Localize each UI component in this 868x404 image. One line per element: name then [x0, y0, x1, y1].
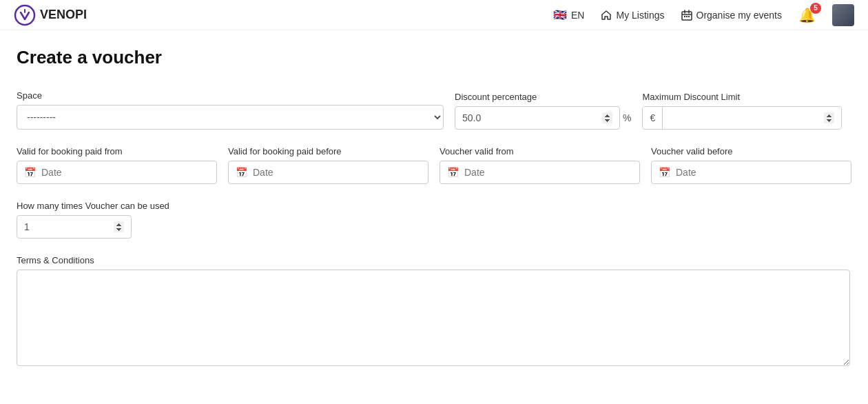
home-icon	[601, 10, 612, 21]
space-select[interactable]: ---------	[17, 105, 444, 130]
valid-before-label: Valid for booking paid before	[228, 146, 428, 156]
calendar-icon-2: 📅	[236, 167, 247, 178]
logo[interactable]: VENOPI	[14, 4, 87, 26]
valid-from-input[interactable]	[41, 167, 209, 178]
lang-label: EN	[571, 10, 584, 21]
row-space-discount: Space --------- Discount percentage % Ma…	[17, 90, 851, 130]
usage-label: How many times Voucher can be used	[17, 201, 169, 211]
main-content: Create a voucher Space --------- Discoun…	[0, 30, 868, 394]
voucher-valid-from-label: Voucher valid from	[440, 146, 640, 156]
svg-rect-3	[686, 16, 688, 17]
discount-input-wrap: %	[455, 106, 631, 130]
calendar-icon-3: 📅	[447, 167, 459, 178]
valid-from-input-wrap[interactable]: 📅	[17, 161, 217, 184]
percent-symbol: %	[623, 112, 631, 123]
my-listings-link[interactable]: My Listings	[601, 10, 664, 21]
lang-selector[interactable]: 🇬🇧 EN	[553, 8, 584, 21]
organise-events-label: Organise my events	[696, 10, 783, 21]
max-discount-label: Maximum Discount Limit	[642, 92, 842, 102]
valid-before-input[interactable]	[253, 167, 421, 178]
my-listings-label: My Listings	[616, 10, 664, 21]
events-icon	[681, 10, 692, 21]
voucher-valid-from-group: Voucher valid from 📅	[440, 146, 640, 184]
terms-label: Terms & Conditions	[17, 255, 851, 265]
organise-events-link[interactable]: Organise my events	[681, 10, 783, 21]
calendar-icon-4: 📅	[659, 167, 670, 178]
svg-rect-4	[688, 16, 690, 17]
space-label: Space	[17, 90, 444, 101]
logo-icon	[14, 4, 36, 26]
svg-rect-2	[684, 16, 685, 17]
avatar-image	[832, 4, 854, 26]
logo-text: VENOPI	[40, 8, 87, 22]
discount-input[interactable]	[455, 106, 620, 130]
voucher-valid-from-input-wrap[interactable]: 📅	[440, 161, 640, 184]
usage-input[interactable]	[17, 215, 132, 239]
notification-count: 5	[810, 3, 821, 14]
page-title: Create a voucher	[17, 47, 851, 68]
terms-textarea[interactable]	[17, 270, 850, 366]
usage-group: How many times Voucher can be used	[17, 201, 169, 239]
row-usage: How many times Voucher can be used	[17, 201, 851, 239]
valid-from-group: Valid for booking paid from 📅	[17, 146, 217, 184]
avatar[interactable]	[832, 4, 854, 26]
max-discount-group: Maximum Discount Limit €	[642, 92, 842, 130]
voucher-valid-from-input[interactable]	[464, 167, 632, 178]
calendar-icon-1: 📅	[24, 167, 36, 178]
discount-label: Discount percentage	[455, 92, 631, 102]
voucher-valid-before-input-wrap[interactable]: 📅	[651, 161, 851, 184]
discount-group: Discount percentage %	[455, 92, 631, 130]
currency-symbol: €	[643, 107, 663, 129]
voucher-valid-before-label: Voucher valid before	[651, 146, 851, 156]
valid-from-label: Valid for booking paid from	[17, 146, 217, 156]
notification-bell[interactable]: 🔔 5	[798, 7, 816, 23]
svg-point-0	[15, 6, 34, 25]
voucher-form: Space --------- Discount percentage % Ma…	[17, 90, 851, 366]
voucher-valid-before-input[interactable]	[676, 167, 844, 178]
valid-before-group: Valid for booking paid before 📅	[228, 146, 428, 184]
flag-icon: 🇬🇧	[553, 8, 567, 21]
terms-group: Terms & Conditions	[17, 255, 851, 366]
space-group: Space ---------	[17, 90, 444, 130]
voucher-valid-before-group: Voucher valid before 📅	[651, 146, 851, 184]
row-dates: Valid for booking paid from 📅 Valid for …	[17, 146, 851, 184]
max-discount-value[interactable]	[663, 107, 841, 129]
valid-before-input-wrap[interactable]: 📅	[228, 161, 428, 184]
max-discount-input-wrap: €	[642, 106, 842, 130]
navbar: VENOPI 🇬🇧 EN My Listings Organise my eve…	[0, 0, 868, 30]
